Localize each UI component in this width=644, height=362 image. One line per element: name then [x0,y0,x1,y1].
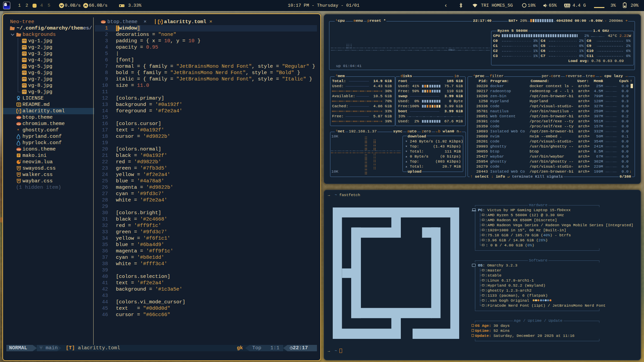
svg-text:php: php [16,117,20,119]
svg-text:JPG: JPG [22,72,26,74]
svg-text:T: T [159,20,161,24]
svg-text:php: php [16,148,20,150]
svg-text:php: php [101,21,105,23]
svg-text:T: T [18,110,20,113]
svg-text:JPG: JPG [22,85,26,87]
svg-text:JPG: JPG [22,66,26,68]
svg-text:JPG: JPG [22,40,26,42]
svg-text:JPG: JPG [22,53,26,55]
svg-text:JPG: JPG [22,59,26,61]
svg-text:JPG: JPG [22,78,26,80]
svg-text:JPG: JPG [22,47,26,49]
svg-text:php: php [16,123,20,125]
svg-text:JPG: JPG [22,91,26,93]
